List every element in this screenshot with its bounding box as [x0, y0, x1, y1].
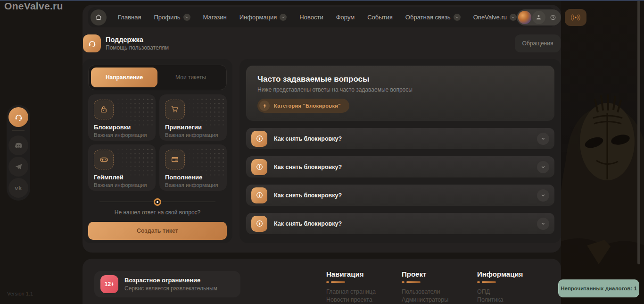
- tab-my-tickets[interactable]: Мои тикеты: [157, 68, 224, 87]
- footer-link-opd[interactable]: ОПД: [477, 288, 548, 296]
- create-ticket-button[interactable]: Создать тикет: [88, 222, 227, 240]
- top-accent-line: [0, 0, 644, 1]
- footer-col-information: Информация ОПД Политика: [477, 270, 548, 304]
- chevron-down-icon: [541, 165, 545, 169]
- nav-item-main[interactable]: Главная: [118, 14, 141, 21]
- faq-category-badge[interactable]: Категория "Блокировки": [257, 99, 349, 113]
- nav-item-news[interactable]: Новости: [299, 14, 323, 21]
- unread-dialogs-toast[interactable]: Непрочитанных диалогов: 1: [558, 279, 639, 297]
- discord-icon: [14, 142, 23, 149]
- vk-button[interactable]: vk: [8, 178, 28, 198]
- dots-decoration: [107, 97, 153, 127]
- nav-item-information[interactable]: Информация: [239, 14, 287, 21]
- site-logo[interactable]: OneValve.ru: [4, 0, 63, 12]
- footer-link-project-news[interactable]: Новости проекта: [326, 296, 397, 304]
- appeals-button[interactable]: Обращения: [515, 34, 561, 52]
- main-panel: Главная Профиль Магазин Информация Новос…: [83, 5, 561, 253]
- background-character-art: [561, 0, 644, 304]
- faq-category-badge-label: Категория "Блокировки": [274, 103, 341, 109]
- footer-col-title: Проект: [402, 270, 472, 278]
- footer-col-title: Навигация: [326, 270, 397, 278]
- category-subtitle: Важная информация: [165, 132, 221, 138]
- category-subtitle: Важная информация: [165, 182, 221, 188]
- nav-item-label: Форум: [336, 14, 355, 21]
- chevron-down-icon: [541, 193, 545, 198]
- broadcast-icon: [571, 14, 580, 21]
- faq-header-card: Часто задаваемые вопросы Ниже представле…: [246, 66, 554, 121]
- age-badge: 12+: [100, 275, 118, 293]
- age-restriction-card: 12+ Возрастное ограничение Сервис являет…: [94, 271, 240, 297]
- info-icon: [251, 187, 267, 203]
- broadcast-button[interactable]: [565, 9, 586, 26]
- nav-item-label: Новости: [299, 14, 323, 21]
- nav-item-forum[interactable]: Форум: [336, 14, 355, 21]
- support-rail-button[interactable]: [8, 107, 28, 127]
- dots-decoration: [107, 147, 153, 177]
- support-section-icon: [83, 34, 101, 52]
- nav-item-label: События: [367, 14, 393, 21]
- footer-link-main-page[interactable]: Главная страница: [326, 288, 397, 296]
- faq-question: Как снять блокировку?: [274, 220, 342, 227]
- support-directions-panel: Направление Мои тикеты Блокировки Важная…: [83, 59, 232, 243]
- age-subtitle: Сервис является развлекательным: [124, 285, 217, 292]
- nav-account-area: [517, 9, 586, 26]
- category-subtitle: Важная информация: [94, 182, 150, 188]
- faq-question: Как снять блокировку?: [274, 164, 342, 170]
- avatar[interactable]: [518, 11, 531, 24]
- faq-item[interactable]: Как снять блокировку?: [246, 128, 554, 149]
- masked-character-illustration: [561, 42, 644, 304]
- info-icon: [251, 131, 267, 147]
- expand-button[interactable]: [537, 133, 549, 145]
- faq-item[interactable]: Как снять блокировку?: [246, 185, 554, 206]
- telegram-button[interactable]: [8, 157, 28, 177]
- home-icon: [95, 14, 102, 21]
- chevron-down-icon: [510, 14, 517, 21]
- chevron-down-icon: [541, 136, 545, 141]
- social-rail: vk: [7, 105, 30, 201]
- dots-decoration: [179, 147, 224, 177]
- info-icon: [251, 216, 267, 232]
- discord-button[interactable]: [8, 135, 28, 155]
- home-button[interactable]: [91, 9, 107, 25]
- scrollbar-thumb[interactable]: [637, 0, 640, 264]
- footer-link-users[interactable]: Пользователи: [402, 288, 472, 296]
- divider: [88, 198, 227, 206]
- divider-dot-icon: [154, 198, 161, 206]
- support-tabs: Направление Мои тикеты: [88, 65, 227, 90]
- version-label: Version 1.1: [7, 291, 33, 296]
- nav-item-events[interactable]: События: [367, 14, 393, 21]
- category-card-gameplay[interactable]: Геймплей Важная информация: [88, 144, 156, 191]
- page-title: Поддержка: [106, 36, 143, 43]
- category-card-privileges[interactable]: Привилегии Важная информация: [159, 94, 227, 141]
- expand-button[interactable]: [537, 218, 549, 230]
- faq-item[interactable]: Как снять блокировку?: [246, 156, 554, 177]
- expand-button[interactable]: [537, 161, 549, 173]
- nav-item-onevalve[interactable]: OneValve.ru: [473, 14, 517, 21]
- category-subtitle: Важная информация: [94, 132, 150, 138]
- category-card-topup[interactable]: Пополнение Важная информация: [159, 144, 227, 191]
- profile-button[interactable]: [532, 11, 545, 24]
- nav-item-shop[interactable]: Магазин: [203, 14, 227, 21]
- faq-question: Как снять блокировку?: [274, 192, 342, 199]
- footer-link-admins[interactable]: Администраторы: [402, 296, 472, 304]
- rail-divider: [12, 130, 25, 131]
- footer-link-policy[interactable]: Политика: [477, 296, 548, 304]
- footer-col-title: Информация: [477, 270, 548, 278]
- chevron-down-icon: [280, 14, 287, 21]
- category-card-blocks[interactable]: Блокировки Важная информация: [88, 94, 156, 141]
- footer: 12+ Возрастное ограничение Сервис являет…: [83, 259, 561, 304]
- page-scrollbar[interactable]: [637, 0, 640, 304]
- faq-item[interactable]: Как снять блокировку?: [246, 213, 554, 234]
- nav-item-feedback[interactable]: Обратная связь: [405, 14, 461, 21]
- nav-item-profile[interactable]: Профиль: [154, 14, 190, 21]
- category-grid: Блокировки Важная информация Привилегии …: [88, 94, 227, 191]
- expand-button[interactable]: [537, 189, 549, 202]
- history-button[interactable]: [546, 11, 560, 24]
- info-icon: [251, 159, 267, 175]
- nav-item-label: Обратная связь: [405, 14, 451, 21]
- lightning-icon: [259, 101, 270, 111]
- no-answer-prompt: Не нашел ответ на свой вопрос?: [88, 209, 227, 216]
- dots-decoration: [179, 97, 224, 127]
- telegram-icon: [15, 163, 23, 171]
- tab-directions[interactable]: Направление: [91, 68, 157, 87]
